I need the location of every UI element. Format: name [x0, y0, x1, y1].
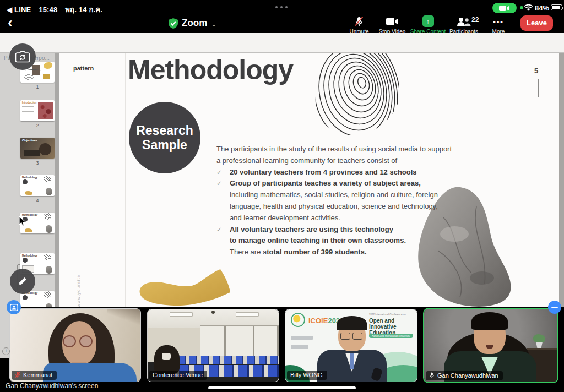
pdf-viewer-toolbar: ⌄ Pattern Powerpoint Template.pdf Page 5… [0, 33, 564, 53]
gold-blob-graphic [138, 268, 231, 307]
thumbnail-title: Methodology [22, 176, 37, 179]
status-bar: ◀ LINE 15:48 พฤ. 14 ก.ค. 84% [0, 0, 564, 15]
organizer-logo [291, 336, 313, 340]
glasses-left-lens [63, 335, 76, 347]
pdf-thumbnail-sidebar: Pattern Powerpo... 1 Introduction 2 Obje… [0, 53, 59, 307]
slide-title: Methodology [128, 54, 293, 86]
thumbnail-number: 2 [20, 123, 55, 128]
speaker-hair [337, 316, 367, 330]
meeting-title: Zoom [182, 18, 207, 29]
battery-icon [551, 4, 562, 10]
microphone-active-icon [429, 372, 435, 379]
fingerprint-pattern-graphic [300, 53, 399, 137]
body-line: and learner development activities. [230, 213, 340, 224]
conference-title-line1: Open and [369, 318, 417, 324]
switch-camera-button[interactable] [9, 43, 36, 70]
thumbnail-number: 4 [20, 198, 55, 203]
glasses-right-lens [79, 335, 93, 347]
ceiling-light [236, 312, 259, 317]
thumbnail-page-2[interactable]: Introduction [20, 100, 55, 121]
unmute-button[interactable]: Unmute [341, 17, 377, 35]
speaker-hair [471, 312, 508, 330]
share-arrow-icon: ↑ [422, 15, 434, 27]
thumbnail-page-4[interactable]: Methodology [20, 175, 55, 196]
back-button[interactable]: ‹ [8, 14, 13, 31]
organizer-logo [291, 345, 308, 349]
pdf-window-right-edge [559, 53, 564, 307]
sidebar-scrollbar[interactable] [55, 53, 59, 307]
slide-page-marker-line [538, 79, 539, 97]
camera-in-use-indicator[interactable] [492, 3, 517, 13]
plant [533, 334, 545, 343]
zoom-meeting-screen: ◀ LINE 15:48 พฤ. 14 ก.ค. 84% ‹ Zoo [0, 0, 564, 392]
collapse-video-strip-button[interactable] [548, 301, 561, 314]
lightbulb-logo-graphic [291, 313, 305, 327]
chevron-down-icon: ⌄ [211, 20, 216, 28]
participant-name-label: Billy WONG [287, 371, 327, 380]
microphone-muted-icon [15, 372, 20, 378]
leave-button[interactable]: Leave [520, 15, 553, 31]
participant-name: Kemmanat [23, 372, 52, 378]
logo-text: ICOIE [308, 317, 328, 325]
university-banner: Hong Kong Metropolitan University [369, 334, 413, 338]
privacy-dot-indicator [520, 6, 523, 9]
shared-slide-page: pattern Methodology [59, 53, 559, 307]
body-line: The participants in the study of the res… [216, 144, 452, 155]
slide-margin-divider [125, 53, 126, 307]
video-tile-gan-chanyawudhiwan[interactable]: Gan Chanyawudhiwan [423, 308, 558, 383]
bullet-text: Group of participants teaches a variety … [230, 178, 421, 189]
camera-flip-icon [15, 51, 30, 63]
add-page-button[interactable]: + [2, 347, 10, 355]
participants-count-badge: 22 [471, 16, 479, 24]
pencil-icon [17, 276, 28, 287]
ellipsis-icon: ••• [493, 18, 504, 26]
room-corner-shadow [107, 309, 140, 328]
microphone-muted-icon [354, 16, 365, 27]
slide-page-number: 5 [534, 67, 538, 75]
bullet-text: total number of 399 students. [267, 247, 366, 258]
thumbnail-number: 1 [20, 84, 55, 90]
thumbnail-number: 3 [20, 160, 55, 166]
chair-row-back [178, 356, 279, 364]
annotation-pen-button[interactable] [10, 269, 35, 294]
glasses-right-lens [352, 333, 362, 340]
wifi-icon [524, 4, 533, 12]
date: พฤ. 14 ก.ค. [65, 6, 102, 14]
video-tile-billy-wong[interactable]: ICOIE2022 2022 International Conference … [285, 309, 417, 382]
speaker-tie [350, 353, 354, 369]
conference-small-line: 2022 International Conference on [369, 313, 406, 316]
home-indicator[interactable] [208, 386, 356, 389]
participant-name-label: Kemmanat [12, 371, 57, 380]
participant-name: Gan Chanyawudhiwan [437, 372, 498, 379]
video-tile-conference-venue[interactable]: Conference Venue [147, 309, 279, 382]
more-button[interactable]: ••• More [480, 17, 517, 35]
slide-footer-url: www.yoursite [76, 266, 81, 307]
badge-line1: Research [129, 123, 200, 138]
badge-line2: Sample [129, 138, 200, 152]
body-line: There are a [230, 247, 267, 258]
participant-name-label: Gan Chanyawudhiwan [426, 371, 503, 380]
attendee-silhouette [154, 345, 180, 374]
ceiling-light [170, 312, 193, 317]
meeting-info-dropdown[interactable]: Zoom ⌄ [169, 18, 216, 29]
participant-video-strip: Kemmanat Conference Venue [0, 307, 564, 392]
body-line: a professional learning community for te… [216, 155, 397, 167]
slide-brand-label: pattern [73, 65, 94, 72]
mouse-cursor [19, 216, 26, 227]
glasses-left-lens [340, 333, 350, 340]
back-to-line-app[interactable]: ◀ LINE [7, 6, 31, 14]
slide-body-text: The participants in the study of the res… [216, 144, 452, 258]
stop-video-button[interactable]: Stop Video [374, 17, 410, 35]
video-camera-icon [386, 18, 398, 25]
checkmark-icon: ✓ [216, 178, 230, 189]
checkmark-icon: ✓ [216, 224, 230, 236]
participant-name-label: Conference Venue [149, 371, 207, 380]
clock: 15:48 [39, 6, 57, 14]
thumbnail-page-3[interactable]: Objectives [20, 138, 55, 159]
video-tile-kemmanat[interactable]: Kemmanat [9, 308, 141, 382]
share-content-button[interactable]: ↑ Share Content [410, 17, 446, 35]
multitasking-indicator[interactable] [275, 6, 288, 8]
annotation-profile-button[interactable] [7, 300, 21, 314]
bullet-text: All voluntary teachers are using this te… [230, 224, 393, 236]
participant-name: Conference Venue [153, 372, 203, 378]
